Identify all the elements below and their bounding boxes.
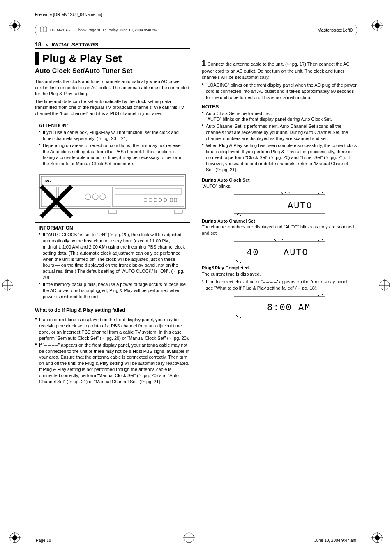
svg-line-70 xyxy=(321,294,325,296)
panel-text-right: AUTO xyxy=(284,248,309,258)
note-item: Auto Channel Set is performed next. Auto… xyxy=(202,123,357,142)
completed-bullet: If an incorrect clock time or “– –:– –” … xyxy=(202,279,357,291)
fail-item: If “– –:– –” appears on the front displa… xyxy=(35,342,190,385)
svg-line-64 xyxy=(282,239,283,240)
svg-point-36 xyxy=(144,198,147,202)
book-line: DR-MV1SUJ_00.book Page 18 Thursday, June… xyxy=(35,25,357,35)
registration-mark-icon xyxy=(183,532,195,543)
registration-mark-icon xyxy=(379,279,390,291)
page-section: INITIAL SETTINGS xyxy=(51,41,98,48)
during-clock-text: “AUTO” blinks. xyxy=(202,183,357,189)
step-1-bullet: “LOADING” blinks on the front display pa… xyxy=(202,82,357,101)
page-lang: EN xyxy=(44,43,49,47)
masterpage-label: Masterpage:Left0 xyxy=(317,28,353,32)
intro-paragraph-2: The time and date can be set automatical… xyxy=(35,99,190,117)
footer-page: Page 18 xyxy=(36,538,51,543)
svg-rect-42 xyxy=(174,198,177,202)
intro-paragraph-1: This unit sets the clock and tuner chann… xyxy=(35,78,190,97)
svg-rect-35 xyxy=(115,189,182,194)
book-icon xyxy=(39,26,48,34)
svg-line-63 xyxy=(278,239,279,240)
registration-mark-icon xyxy=(9,532,21,543)
svg-line-59 xyxy=(238,260,243,263)
registration-mark-icon xyxy=(9,20,21,31)
footer-date: June 10, 2004 9:47 am xyxy=(314,538,356,543)
svg-line-52 xyxy=(321,192,325,194)
attention-title: ATTENTION: xyxy=(39,123,187,129)
svg-line-49 xyxy=(236,213,241,216)
step-1-text: 1Connect the antenna cable to the unit. … xyxy=(202,58,357,81)
information-box: INFORMATION If “AUTO CLOCK” is set to “O… xyxy=(35,222,190,303)
completed-heading: Plug&Play Completed xyxy=(202,265,249,270)
svg-line-68 xyxy=(238,315,243,318)
subtitle: Auto Clock Set/Auto Tuner Set xyxy=(35,67,190,75)
information-item: If “AUTO CLOCK” is set to “ON” (☞ pg. 20… xyxy=(39,232,187,281)
svg-line-55 xyxy=(288,192,289,193)
registration-mark-icon xyxy=(371,20,383,31)
during-clock-heading: During Auto Clock Set xyxy=(202,177,249,182)
panel-text: AUTO xyxy=(288,201,313,211)
registration-mark-icon xyxy=(371,532,383,543)
book-line-text: DR-MV1SUJ_00.book Page 18 Thursday, June… xyxy=(50,28,157,32)
attention-item: Depending on areas or reception conditio… xyxy=(39,143,187,167)
svg-line-51 xyxy=(318,192,323,194)
fail-item: If an incorrect time is displayed on the… xyxy=(35,317,190,341)
svg-point-33 xyxy=(100,194,106,200)
svg-rect-27 xyxy=(41,176,184,185)
svg-text:JVC: JVC xyxy=(44,179,51,183)
attention-box: ATTENTION: If you use a cable box, Plug&… xyxy=(35,120,190,170)
svg-line-60 xyxy=(318,239,323,241)
display-panel-channel: 40 AUTO xyxy=(234,239,325,263)
main-title: Plug & Play Set xyxy=(35,52,190,65)
attention-item: If you use a cable box, Plug&Play will n… xyxy=(39,129,187,142)
page-number: 18 xyxy=(35,41,42,48)
svg-line-50 xyxy=(238,213,243,216)
fail-heading: What to do if Plug & Play setting failed xyxy=(35,307,190,313)
svg-point-38 xyxy=(154,198,157,202)
svg-point-31 xyxy=(85,194,91,200)
during-channel-text: The channel numbers are displayed and “A… xyxy=(202,224,357,236)
svg-line-62 xyxy=(274,239,276,241)
svg-line-58 xyxy=(236,260,241,263)
panel-text: 8:00 AM xyxy=(267,303,311,313)
divider xyxy=(35,314,190,314)
panel-text-left: 40 xyxy=(247,248,259,258)
display-panel-time: 8:00 AM xyxy=(234,294,325,318)
svg-line-61 xyxy=(321,239,325,241)
svg-point-37 xyxy=(149,198,152,202)
notes-title: NOTES: xyxy=(202,104,357,110)
svg-point-40 xyxy=(164,198,167,202)
svg-line-67 xyxy=(236,315,241,318)
svg-rect-34 xyxy=(113,187,184,207)
svg-line-69 xyxy=(318,294,323,296)
svg-point-32 xyxy=(92,194,98,200)
svg-line-53 xyxy=(280,192,283,194)
filename-text: Filename [DR-MV1SUJ_04Name.fm] xyxy=(35,12,102,17)
svg-line-54 xyxy=(284,192,286,193)
page: Filename [DR-MV1SUJ_04Name.fm] DR-MV1SUJ… xyxy=(0,0,392,555)
note-item: When Plug & Play setting has been comple… xyxy=(202,143,357,173)
svg-rect-43 xyxy=(108,210,117,213)
during-channel-heading: During Auto Channel Set xyxy=(202,219,255,223)
step-number: 1 xyxy=(202,59,206,67)
completed-text: The current time is displayed. xyxy=(202,271,357,277)
right-column: 1Connect the antenna cable to the unit. … xyxy=(202,41,357,386)
page-header: 18 EN INITIAL SETTINGS xyxy=(35,41,190,49)
left-column: 18 EN INITIAL SETTINGS Plug & Play Set A… xyxy=(35,41,190,386)
information-item: If the memory backup fails, because a po… xyxy=(39,281,187,300)
display-panel-auto: AUTO xyxy=(234,192,325,216)
divider xyxy=(35,76,190,76)
information-title: INFORMATION xyxy=(39,225,187,231)
registration-mark-icon xyxy=(2,279,13,291)
device-illustration-crossed: JVC xyxy=(35,174,190,219)
svg-rect-44 xyxy=(174,210,182,213)
svg-rect-41 xyxy=(170,198,173,202)
note-item: Auto Clock Set is performed first. “AUTO… xyxy=(202,111,357,123)
svg-point-39 xyxy=(159,198,162,202)
